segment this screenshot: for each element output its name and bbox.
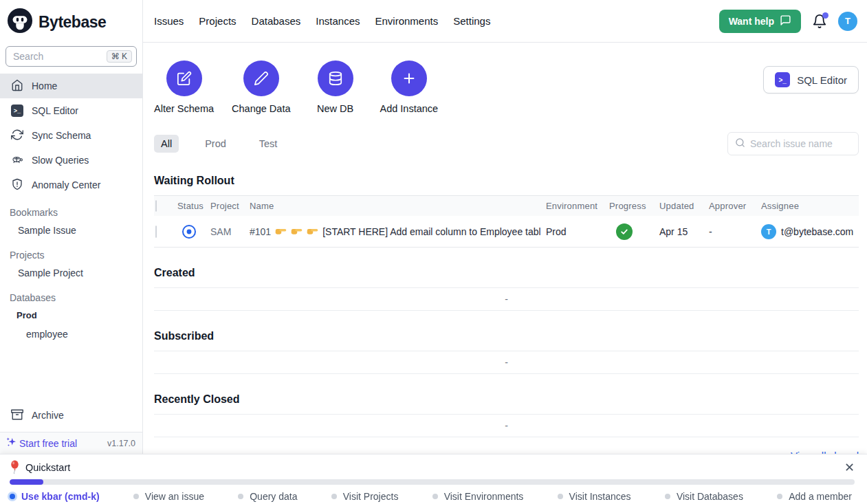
tab-prod[interactable]: Prod (198, 135, 233, 153)
sidebar-item-archive[interactable]: Archive (0, 403, 142, 428)
step-label: Visit Projects (343, 491, 399, 502)
user-avatar[interactable]: T (838, 12, 857, 31)
sidebar-item-label: Sync Schema (32, 130, 91, 141)
database-icon (318, 61, 353, 96)
col-environment: Environment (540, 201, 604, 211)
section-title-created: Created (154, 267, 859, 279)
col-project: Project (205, 201, 244, 211)
pointing-right-emoji (307, 227, 318, 236)
issue-progress (604, 223, 654, 240)
nav-environments[interactable]: Environments (375, 15, 438, 27)
quick-actions: Alter Schema Change Data New DB (154, 61, 438, 114)
nav-projects[interactable]: Projects (199, 15, 236, 27)
main: Issues Projects Databases Instances Envi… (143, 0, 867, 454)
nav-databases[interactable]: Databases (252, 15, 301, 27)
home-icon (11, 79, 23, 94)
add-instance-button[interactable]: Add Instance (380, 61, 439, 114)
close-icon[interactable]: ✕ (844, 461, 855, 474)
chat-bubble-icon (780, 14, 791, 28)
alter-schema-button[interactable]: Alter Schema (154, 61, 214, 114)
check-circle-icon (616, 223, 633, 240)
quickstart-progress-track (10, 479, 855, 485)
sidebar-item-sync-schema[interactable]: Sync Schema (0, 123, 142, 148)
add-instance-label: Add Instance (380, 103, 439, 114)
edit-square-icon (166, 61, 202, 96)
quickstart-step-query-data[interactable]: Query data (238, 491, 297, 502)
quickstart-step-view-issue[interactable]: View an issue (133, 491, 204, 502)
app: Bytebase Search ⌘ K Home >_ SQL Editor S… (0, 0, 867, 454)
section-label: Databases (0, 289, 142, 306)
tab-test[interactable]: Test (252, 135, 285, 153)
col-assignee: Assignee (756, 201, 859, 211)
notification-bell-icon[interactable] (812, 14, 827, 29)
issue-title: [START HERE] Add email column to Employe… (322, 226, 540, 237)
search-input[interactable]: Search ⌘ K (6, 46, 137, 67)
content: Alter Schema Change Data New DB (143, 43, 867, 454)
issue-row-101[interactable]: SAM #101 [START HERE] Add email column t… (154, 216, 859, 248)
quickstart-step-visit-instances[interactable]: Visit Instances (558, 491, 631, 502)
topbar-right: Want help T (719, 10, 857, 33)
sql-editor-button[interactable]: >_ SQL Editor (763, 66, 859, 94)
quickstart-step-visit-projects[interactable]: Visit Projects (331, 491, 399, 502)
issue-assignee: T t@bytebase.com (756, 224, 859, 239)
archive-label: Archive (32, 410, 64, 421)
search-placeholder: Search (13, 51, 107, 62)
change-data-button[interactable]: Change Data (232, 61, 290, 114)
sidebar-item-prod-env[interactable]: Prod (0, 306, 142, 325)
step-dot-icon (331, 494, 337, 499)
quickstart-step-add-member[interactable]: Add a member (777, 491, 852, 502)
sidebar-item-home[interactable]: Home (0, 74, 142, 98)
quickstart-progress-fill (10, 479, 43, 485)
sidebar-item-employee-db[interactable]: employee (0, 325, 142, 344)
step-label: Add a member (789, 491, 852, 502)
quickstart-header: Quickstart ✕ (10, 460, 855, 474)
nav-instances[interactable]: Instances (316, 15, 360, 27)
issue-table-header: Status Project Name Environment Progress… (154, 195, 859, 216)
quickstart-step-visit-environments[interactable]: Visit Environments (432, 491, 524, 502)
quickstart-title: Quickstart (25, 462, 70, 473)
issue-status-open-icon (172, 224, 205, 239)
new-db-button[interactable]: New DB (309, 61, 362, 114)
sidebar-item-sample-issue[interactable]: Sample Issue (0, 221, 142, 240)
start-free-trial-link[interactable]: Start free trial (6, 436, 77, 450)
sidebar-item-label: Slow Queries (32, 155, 89, 166)
issue-project: SAM (205, 226, 244, 237)
nav-settings[interactable]: Settings (453, 15, 490, 27)
sidebar-item-sql-editor[interactable]: >_ SQL Editor (0, 98, 142, 123)
step-label: Use kbar (cmd-k) (21, 491, 100, 502)
step-label: View an issue (145, 491, 204, 502)
want-help-label: Want help (729, 16, 774, 27)
issue-id: #101 (250, 226, 271, 237)
step-dot-icon (10, 494, 15, 499)
section-label: Bookmarks (0, 204, 142, 221)
issue-updated: Apr 15 (654, 226, 703, 237)
sidebar-item-anomaly-center[interactable]: Anomaly Center (0, 173, 142, 197)
want-help-button[interactable]: Want help (719, 10, 801, 33)
step-label: Visit Instances (569, 491, 631, 502)
sync-icon (11, 129, 23, 143)
step-label: Visit Environments (444, 491, 524, 502)
sidebar-item-sample-project[interactable]: Sample Project (0, 263, 142, 283)
brand-logo[interactable]: Bytebase (0, 0, 142, 43)
step-dot-icon (558, 494, 563, 499)
issue-search-input[interactable]: Search issue name (727, 132, 859, 155)
quickstart-step-kbar[interactable]: Use kbar (cmd-k) (10, 491, 100, 502)
sidebar-item-label: Anomaly Center (32, 179, 100, 190)
select-all-checkbox[interactable] (155, 200, 157, 212)
step-label: Visit Databases (677, 491, 743, 502)
sidebar-item-slow-queries[interactable]: Slow Queries (0, 148, 142, 173)
sidebar-section-bookmarks: Bookmarks Sample Issue (0, 204, 142, 240)
step-dot-icon (238, 494, 243, 499)
sidebar-item-label: SQL Editor (32, 105, 78, 116)
shield-alert-icon (11, 178, 23, 193)
quickstart-step-visit-databases[interactable]: Visit Databases (665, 491, 743, 502)
sidebar-nav: Home >_ SQL Editor Sync Schema Slow Quer… (0, 74, 142, 197)
environment-tabs: All Prod Test (154, 135, 284, 153)
balloon-icon (10, 460, 20, 474)
row-checkbox[interactable] (155, 226, 157, 238)
quickstart-bar: Quickstart ✕ Use kbar (cmd-k) View an is… (0, 454, 867, 504)
assignee-avatar: T (761, 224, 776, 239)
recently-closed-empty: - (154, 414, 859, 437)
tab-all[interactable]: All (154, 135, 179, 153)
nav-issues[interactable]: Issues (154, 15, 184, 27)
